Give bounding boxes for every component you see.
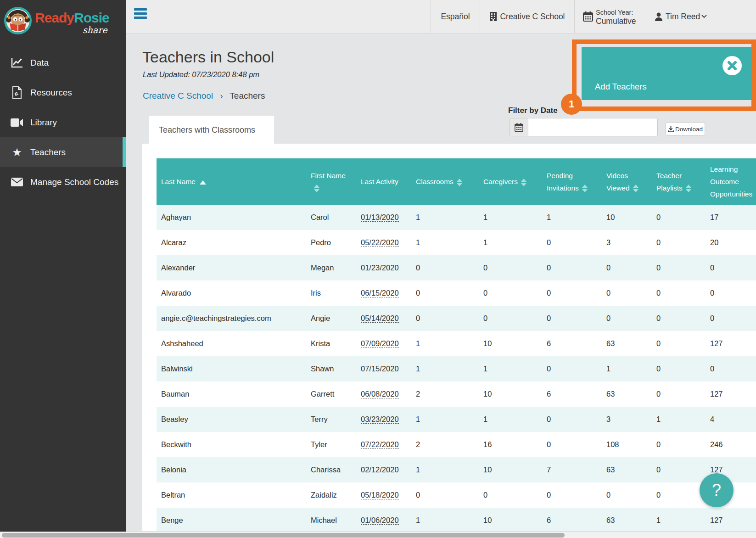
calendar-picker-icon[interactable]	[510, 118, 528, 136]
page-title: Teachers in School	[142, 48, 274, 66]
last-activity-date-link[interactable]: 02/12/2020	[361, 465, 399, 474]
last-activity-date-link[interactable]: 05/22/2020	[361, 238, 399, 247]
column-header-label: Classrooms	[416, 178, 454, 185]
cell-videos-viewed: 108	[602, 432, 652, 457]
column-header-last-activity[interactable]: Last Activity	[356, 158, 411, 205]
cell-classrooms: 0	[411, 306, 479, 331]
cell-videos-viewed: 63	[602, 457, 652, 482]
teachers-table-scroll-area[interactable]: Last NameFirst NameLast ActivityClassroo…	[157, 158, 756, 531]
chevron-down-icon	[701, 15, 707, 18]
cell-videos-viewed: 63	[602, 331, 652, 356]
cell-teacher-playlists: 0	[652, 432, 706, 457]
cell-last-activity: 01/06/2020	[356, 508, 411, 531]
cell-last-name: Beasley	[157, 407, 306, 432]
cell-last-name: Aghayan	[157, 205, 306, 230]
last-activity-date-link[interactable]: 06/08/2020	[361, 390, 399, 398]
last-activity-date-link[interactable]: 05/18/2020	[361, 491, 399, 499]
last-activity-date-link[interactable]: 07/22/2020	[361, 440, 399, 449]
cell-last-activity: 05/22/2020	[356, 230, 411, 255]
cell-caregivers: 1	[479, 407, 542, 432]
cell-classrooms: 2	[411, 432, 479, 457]
column-header-teacher-playlists[interactable]: Teacher Playlists	[652, 158, 706, 205]
cell-pending-invitations: 7	[542, 457, 602, 482]
cell-first-name: Zaidaliz	[306, 482, 356, 508]
language-toggle[interactable]: Español	[431, 0, 480, 33]
sidebar-item-resources[interactable]: Resources	[0, 78, 126, 107]
cell-videos-viewed: 10	[602, 205, 652, 230]
cell-classrooms: 1	[411, 205, 479, 230]
school-selector[interactable]: Creative C School	[480, 0, 574, 33]
cell-first-name: Angie	[306, 306, 356, 331]
cell-teacher-playlists: 0	[652, 280, 706, 306]
cell-caregivers: 1	[479, 230, 542, 255]
horizontal-scrollbar-thumb[interactable]	[2, 533, 565, 538]
cell-learning-outcome-opportunities: 0	[706, 280, 756, 306]
cell-videos-viewed: 0	[602, 482, 652, 508]
sidebar-item-manage-school-codes[interactable]: Manage School Codes	[0, 167, 126, 197]
sidebar-nav: Data Resources Library ★ Teachers Manage…	[0, 48, 126, 197]
column-header-learning-outcome-opportunities[interactable]: Learning Outcome Opportunities	[706, 158, 756, 205]
column-header-videos-viewed[interactable]: Videos Viewed	[602, 158, 652, 205]
close-icon[interactable]	[722, 56, 742, 75]
table-header-row: Last NameFirst NameLast ActivityClassroo…	[157, 158, 756, 205]
column-header-caregivers[interactable]: Caregivers	[479, 158, 542, 205]
cell-caregivers: 0	[479, 280, 542, 306]
column-header-last-name[interactable]: Last Name	[157, 158, 306, 205]
user-icon	[655, 12, 663, 21]
cell-pending-invitations: 6	[542, 381, 602, 407]
cell-classrooms: 0	[411, 482, 479, 508]
last-activity-date-link[interactable]: 01/06/2020	[361, 516, 399, 525]
cell-classrooms: 1	[411, 457, 479, 482]
menu-toggle-button[interactable]	[134, 8, 148, 33]
school-year-selector[interactable]: School Year: Cumulative	[574, 0, 647, 33]
sidebar-item-teachers[interactable]: ★ Teachers	[0, 137, 126, 167]
last-activity-date-link[interactable]: 07/09/2020	[361, 339, 399, 348]
cell-caregivers: 0	[479, 255, 542, 280]
table-row: BeckwithTyler07/22/202021601080246	[157, 432, 756, 457]
tutorial-step-badge: 1	[561, 94, 582, 115]
envelope-icon	[10, 178, 24, 186]
teachers-table-panel: Last NameFirst NameLast ActivityClassroo…	[142, 144, 756, 531]
cell-classrooms: 0	[411, 255, 479, 280]
sidebar-item-label: Library	[30, 118, 57, 128]
help-button[interactable]: ?	[700, 473, 734, 507]
last-activity-date-link[interactable]: 05/14/2020	[361, 314, 399, 323]
column-header-pending-invitations[interactable]: Pending Invitations	[542, 158, 602, 205]
sidebar-item-label: Manage School Codes	[30, 177, 118, 187]
cell-caregivers: 10	[479, 457, 542, 482]
add-teachers-panel[interactable]: Add Teachers	[582, 47, 751, 100]
cell-last-name: Belonia	[157, 457, 306, 482]
cell-first-name: Michael	[306, 508, 356, 531]
last-activity-date-link[interactable]: 07/15/2020	[361, 364, 399, 373]
horizontal-scrollbar[interactable]	[0, 532, 756, 538]
column-header-first-name[interactable]: First Name	[306, 158, 356, 205]
cell-first-name: Megan	[306, 255, 356, 280]
last-activity-date-link[interactable]: 01/23/2020	[361, 263, 399, 272]
cell-last-activity: 07/22/2020	[356, 432, 411, 457]
date-filter-input[interactable]	[528, 118, 658, 136]
cell-last-name: Alexander	[157, 255, 306, 280]
tab-teachers-with-classrooms[interactable]: Teachers with Classrooms	[149, 116, 274, 144]
last-activity-date-link[interactable]: 01/13/2020	[361, 213, 399, 222]
sort-icon	[314, 185, 319, 192]
cell-classrooms: 1	[411, 407, 479, 432]
sidebar-item-data[interactable]: Data	[0, 48, 126, 78]
cell-caregivers: 1	[479, 356, 542, 381]
cell-teacher-playlists: 0	[652, 306, 706, 331]
column-header-classrooms[interactable]: Classrooms	[411, 158, 479, 205]
sidebar-item-library[interactable]: Library	[0, 107, 126, 137]
user-menu[interactable]: Tim Reed	[647, 0, 756, 33]
cell-caregivers: 0	[479, 482, 542, 508]
last-activity-date-link[interactable]: 03/23/2020	[361, 415, 399, 424]
download-button[interactable]: Download	[666, 122, 705, 136]
cell-learning-outcome-opportunities: 4	[706, 407, 756, 432]
column-header-label: Videos Viewed	[606, 172, 630, 192]
sort-icon	[457, 179, 462, 186]
breadcrumb-school-link[interactable]: Creative C School	[143, 91, 213, 101]
user-name: Tim Reed	[666, 12, 700, 22]
sort-icon	[521, 179, 526, 186]
cell-pending-invitations: 0	[542, 356, 602, 381]
table-row: BaumanGarrett06/08/20202106630127	[157, 381, 756, 407]
readyrosie-logo[interactable]: ReadyRosie share	[0, 0, 126, 35]
last-activity-date-link[interactable]: 06/15/2020	[361, 289, 399, 297]
